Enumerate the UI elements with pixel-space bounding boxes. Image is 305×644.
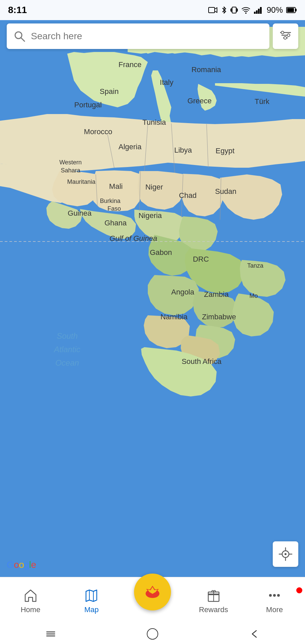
svg-text:Burkina: Burkina [100, 198, 121, 204]
home-circle-button[interactable] [142, 627, 163, 641]
svg-text:Italy: Italy [160, 78, 173, 87]
svg-text:Ghana: Ghana [104, 219, 127, 227]
back-icon [250, 629, 259, 639]
svg-rect-1 [232, 7, 236, 13]
svg-text:Gabon: Gabon [150, 248, 172, 257]
nav-label-home: Home [20, 605, 40, 614]
gift-icon [206, 587, 222, 603]
svg-point-85 [273, 594, 276, 597]
search-input[interactable] [31, 31, 263, 42]
svg-text:Tanza: Tanza [247, 262, 264, 269]
svg-text:Western: Western [59, 159, 82, 166]
svg-text:Greece: Greece [187, 97, 212, 105]
filter-icon [279, 31, 292, 42]
svg-text:Mali: Mali [109, 182, 123, 191]
search-icon [13, 30, 26, 42]
svg-text:Sahara: Sahara [61, 167, 81, 174]
wifi-icon [241, 6, 251, 14]
nav-label-map: Map [84, 605, 99, 614]
map-container[interactable]: South Atlantic Ocean Ireland [0, 0, 305, 577]
svg-text:Libya: Libya [174, 146, 192, 154]
svg-text:Sudan: Sudan [215, 187, 236, 196]
svg-text:Portugal: Portugal [74, 101, 102, 109]
svg-point-84 [269, 594, 272, 597]
svg-rect-0 [209, 7, 215, 13]
home-circle-icon [146, 628, 159, 640]
svg-rect-10 [260, 7, 262, 14]
svg-rect-7 [254, 12, 256, 14]
location-button[interactable] [273, 541, 298, 567]
nav-label-more: More [266, 605, 283, 614]
location-target-icon [278, 547, 293, 561]
svg-text:South: South [57, 331, 78, 340]
svg-rect-9 [258, 9, 260, 14]
svg-text:Ocean: Ocean [55, 358, 79, 367]
svg-text:South Africa: South Africa [182, 357, 222, 366]
svg-text:Tunisia: Tunisia [142, 118, 166, 126]
bluetooth-icon [221, 6, 227, 14]
status-bar: 8:11 [0, 0, 305, 20]
recent-apps-icon [45, 629, 56, 639]
nav-item-map[interactable]: Map [61, 587, 122, 614]
google-logo: Google [7, 559, 36, 570]
svg-text:Faso: Faso [107, 205, 121, 212]
svg-text:Algeria: Algeria [119, 143, 142, 151]
svg-point-73 [285, 553, 287, 555]
video-icon [208, 6, 218, 14]
svg-point-90 [147, 629, 158, 639]
svg-rect-12 [287, 8, 294, 12]
map-icon [83, 587, 99, 603]
svg-text:Namibia: Namibia [161, 313, 188, 321]
svg-text:Guinea: Guinea [68, 209, 92, 217]
svg-text:Zambia: Zambia [204, 290, 229, 299]
system-nav-bar [0, 624, 305, 644]
svg-text:Nigeria: Nigeria [138, 211, 162, 220]
nav-item-home[interactable]: Home [0, 587, 61, 614]
vibrate-icon [230, 6, 238, 14]
svg-text:Chad: Chad [179, 191, 197, 200]
svg-text:France: France [119, 60, 141, 69]
recent-apps-button[interactable] [41, 627, 61, 641]
svg-text:Mauritania: Mauritania [67, 178, 96, 185]
svg-rect-8 [256, 10, 258, 14]
svg-point-6 [245, 12, 247, 14]
svg-line-65 [21, 38, 25, 41]
more-badge [296, 587, 302, 593]
nav-item-more[interactable]: More [244, 587, 305, 614]
status-icons: 90% [208, 5, 297, 15]
back-button[interactable] [244, 627, 264, 641]
search-input-container[interactable] [7, 23, 269, 49]
svg-text:Niger: Niger [145, 183, 163, 191]
more-icon [266, 587, 282, 603]
svg-text:Mo: Mo [249, 292, 258, 299]
battery-icon [286, 7, 297, 13]
svg-point-70 [287, 34, 290, 37]
nav-label-rewards: Rewards [199, 605, 228, 614]
home-icon [23, 587, 39, 603]
svg-point-71 [284, 37, 287, 39]
svg-point-69 [281, 31, 284, 34]
svg-text:Atlantic: Atlantic [53, 345, 81, 354]
svg-text:Türk: Türk [255, 97, 270, 106]
signal-icon [254, 6, 263, 14]
svg-text:Zimbabwe: Zimbabwe [202, 313, 236, 321]
svg-text:DRC: DRC [193, 255, 209, 263]
my-card-button[interactable] [134, 574, 171, 610]
shell-logo-icon [143, 583, 162, 601]
svg-point-86 [277, 594, 280, 597]
search-bar [7, 23, 298, 49]
status-time: 8:11 [8, 5, 27, 15]
battery-percent: 90% [267, 5, 283, 15]
nav-item-rewards[interactable]: Rewards [183, 587, 244, 614]
svg-text:Egypt: Egypt [216, 147, 234, 155]
svg-text:Angola: Angola [171, 288, 194, 296]
svg-text:Spain: Spain [100, 87, 119, 96]
svg-text:Romania: Romania [191, 65, 221, 74]
svg-text:Gulf of Guinea: Gulf of Guinea [110, 234, 157, 243]
filter-button[interactable] [273, 23, 298, 49]
svg-text:Morocco: Morocco [84, 127, 112, 136]
svg-rect-13 [296, 9, 297, 11]
